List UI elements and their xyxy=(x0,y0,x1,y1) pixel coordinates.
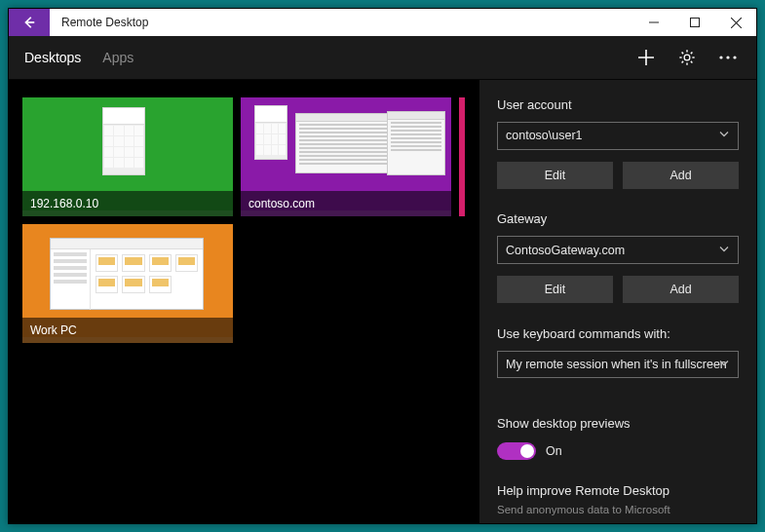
maximize-icon xyxy=(690,18,700,27)
keyboard-select[interactable]: My remote session when it's in fullscree… xyxy=(497,351,739,379)
chevron-down-icon xyxy=(718,357,730,371)
user-account-label: User account xyxy=(497,97,739,112)
keyboard-value: My remote session when it's in fullscree… xyxy=(506,358,727,371)
desktop-caption: Work PC xyxy=(22,318,233,343)
desktop-caption: 192.168.0.10 xyxy=(22,191,233,216)
gateway-edit-button[interactable]: Edit xyxy=(497,276,613,303)
maximize-button[interactable] xyxy=(674,9,715,36)
ellipsis-icon xyxy=(719,56,737,59)
close-icon xyxy=(731,18,742,28)
desktop-tile[interactable]: contoso.com xyxy=(241,97,451,216)
command-bar: Desktops Apps xyxy=(9,36,756,80)
keyboard-label: Use keyboard commands with: xyxy=(497,326,739,341)
svg-point-4 xyxy=(733,56,736,58)
toggle-knob xyxy=(520,444,534,458)
tab-desktops[interactable]: Desktops xyxy=(24,50,81,65)
svg-point-1 xyxy=(684,55,690,60)
previews-label: Show desktop previews xyxy=(497,416,739,431)
titlebar-spacer xyxy=(160,9,633,36)
settings-button[interactable] xyxy=(667,36,708,79)
svg-point-3 xyxy=(726,56,729,58)
desktop-tile[interactable]: 192.168.0.10 xyxy=(22,97,233,216)
previews-toggle[interactable] xyxy=(497,442,536,460)
help-improve-label: Help improve Remote Desktop xyxy=(497,483,739,498)
svg-point-2 xyxy=(719,56,722,58)
previews-state: On xyxy=(546,444,562,458)
desktop-tile[interactable]: Work PC xyxy=(22,224,233,343)
gateway-label: Gateway xyxy=(497,211,739,226)
minimize-icon xyxy=(649,18,659,27)
desktop-caption: contoso.com xyxy=(241,191,451,216)
user-account-select[interactable]: contoso\user1 xyxy=(497,122,739,150)
desktops-grid: 192.168.0.10 xyxy=(9,80,479,523)
svg-rect-0 xyxy=(691,19,700,27)
chevron-down-icon xyxy=(718,129,730,143)
user-account-edit-button[interactable]: Edit xyxy=(497,162,613,189)
help-improve-sub: Send anonymous data to Microsoft xyxy=(497,504,739,515)
back-arrow-icon xyxy=(22,16,36,29)
titlebar: Remote Desktop xyxy=(9,9,756,36)
plus-icon xyxy=(637,49,655,66)
gear-icon xyxy=(678,49,696,66)
gateway-value: ContosoGateway.com xyxy=(506,244,625,257)
app-window: Remote Desktop Desktops Apps xyxy=(8,8,757,524)
window-title: Remote Desktop xyxy=(50,9,160,36)
back-button[interactable] xyxy=(9,9,50,36)
more-button[interactable] xyxy=(708,36,748,79)
desktop-thumbnail xyxy=(459,97,465,216)
tab-apps[interactable]: Apps xyxy=(102,50,134,65)
chevron-down-icon xyxy=(718,243,730,257)
desktop-tile[interactable] xyxy=(459,97,465,216)
add-desktop-button[interactable] xyxy=(626,36,667,79)
close-button[interactable] xyxy=(715,9,756,36)
minimize-button[interactable] xyxy=(633,9,674,36)
user-account-add-button[interactable]: Add xyxy=(623,162,739,189)
body: 192.168.0.10 xyxy=(9,80,756,523)
user-account-value: contoso\user1 xyxy=(506,129,583,142)
gateway-add-button[interactable]: Add xyxy=(623,276,739,303)
gateway-select[interactable]: ContosoGateway.com xyxy=(497,236,739,264)
settings-panel: User account contoso\user1 Edit Add Gate… xyxy=(479,80,756,523)
